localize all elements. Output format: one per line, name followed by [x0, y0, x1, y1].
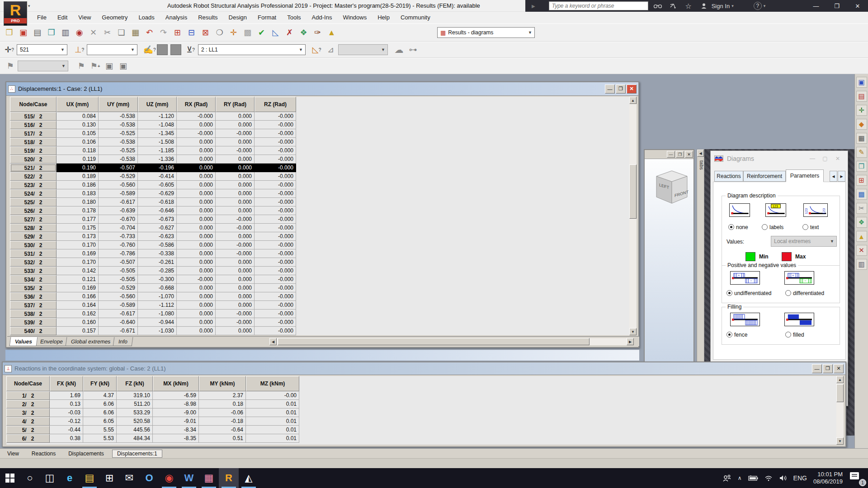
- cell[interactable]: 0.000: [177, 189, 216, 198]
- view-close-button[interactable]: ✕: [685, 151, 693, 158]
- cell[interactable]: 0.000: [177, 249, 216, 258]
- menu-windows[interactable]: Windows: [337, 12, 372, 23]
- row-header-node-526[interactable]: 526/ 2: [10, 206, 57, 215]
- cell[interactable]: 0.38: [50, 434, 83, 443]
- table-row-node-529[interactable]: 529/ 20.173-0.733-0.6230.0000.000-0.000: [10, 232, 629, 241]
- reactions-scroll-up-icon[interactable]: ▲: [836, 376, 844, 383]
- cell[interactable]: 520.58: [117, 417, 153, 426]
- table-row-node-533[interactable]: 533/ 20.142-0.505-0.2850.0000.000-0.000: [10, 267, 629, 275]
- search-binoculars-icon[interactable]: [652, 1, 664, 10]
- column-header-fy-kn[interactable]: FY (kN): [83, 376, 117, 391]
- table-row-node-6[interactable]: 6/ 20.385.53484.34-8.350.510.01: [6, 434, 836, 443]
- infocenter-expand-icon[interactable]: ▶: [532, 4, 535, 9]
- bookmark-next-icon[interactable]: ⚑+: [89, 60, 102, 72]
- cell[interactable]: 0.01: [246, 408, 299, 417]
- people-icon[interactable]: [722, 474, 731, 482]
- cell[interactable]: -0.64: [199, 426, 246, 434]
- rail-inspector-icon[interactable]: ▣: [856, 77, 867, 88]
- cell[interactable]: 0.170: [57, 258, 99, 267]
- search-input[interactable]: [549, 1, 648, 10]
- table-row-node-4[interactable]: 4/ 2-0.126.05520.58-9.01-0.180.01: [6, 417, 836, 426]
- diagrams-dialog-caption[interactable]: Diagrams — ▢ ✕: [711, 151, 848, 166]
- layout-tab-view[interactable]: View: [3, 450, 24, 457]
- calculator-icon[interactable]: ⊞: [171, 26, 184, 39]
- table-row-node-5[interactable]: 5/ 2-0.445.55445.56-8.34-0.640.01: [6, 426, 836, 434]
- row-header-node-527[interactable]: 527/ 2: [10, 215, 57, 224]
- row-header-node-534[interactable]: 534/ 2: [10, 275, 57, 284]
- help-caret-icon[interactable]: ▾: [764, 4, 766, 8]
- cell[interactable]: 0.189: [57, 172, 99, 181]
- rail-cut-icon[interactable]: ✂: [856, 203, 867, 214]
- cell[interactable]: 0.000: [216, 206, 255, 215]
- cell[interactable]: -0.000: [255, 232, 296, 241]
- wifi-icon[interactable]: [764, 475, 773, 481]
- cell[interactable]: -0.507: [99, 258, 138, 267]
- description-text-preview[interactable]: 123 123: [803, 203, 828, 217]
- mail-icon[interactable]: ✉: [119, 468, 139, 488]
- rail-materials-icon[interactable]: ✎: [856, 147, 867, 158]
- cell[interactable]: -0.505: [99, 267, 138, 275]
- scroll-down-icon[interactable]: ▼: [629, 328, 637, 335]
- cell[interactable]: 0.000: [177, 215, 216, 224]
- battery-icon[interactable]: [748, 475, 758, 481]
- row-header-node-539[interactable]: 539/ 2: [10, 318, 57, 327]
- object-selection-combobox[interactable]: ▼: [87, 44, 137, 55]
- posneg-undiff-preview[interactable]: + −: [730, 271, 760, 285]
- radio-undifferentiated[interactable]: undifferentiated: [726, 290, 772, 296]
- cell[interactable]: -1.120: [138, 112, 177, 121]
- cell[interactable]: 0.000: [177, 310, 216, 318]
- cell[interactable]: -0.12: [50, 417, 83, 426]
- radio-text-icon[interactable]: [802, 224, 808, 230]
- cell[interactable]: -0.538: [99, 121, 138, 129]
- table-row-node-523[interactable]: 523/ 20.186-0.560-0.6050.0000.000-0.000: [10, 181, 629, 189]
- displacements-vscrollbar[interactable]: ▲ ▼: [629, 97, 637, 335]
- menu-design[interactable]: Design: [223, 12, 252, 23]
- table-row-node-2[interactable]: 2/ 20.136.06511.20-8.980.180.01: [6, 400, 836, 408]
- menu-edit[interactable]: Edit: [52, 12, 73, 23]
- cell[interactable]: -0.640: [99, 318, 138, 327]
- bookmark-add-icon[interactable]: ⚑: [75, 60, 88, 72]
- layout-tab-reactions[interactable]: Reactions: [27, 450, 60, 457]
- cell[interactable]: -0.000: [177, 275, 216, 284]
- cell[interactable]: -0.538: [99, 138, 138, 146]
- column-header-rx-rad[interactable]: RX (Rad): [177, 97, 216, 112]
- link-icon[interactable]: ⊶: [406, 43, 420, 56]
- table-row-node-517[interactable]: 517/ 20.105-0.525-1.345-0.000-0.000-0.00…: [10, 129, 629, 138]
- cell[interactable]: 0.000: [216, 189, 255, 198]
- cell[interactable]: -0.000: [255, 224, 296, 232]
- cell[interactable]: 0.000: [216, 198, 255, 206]
- table-row-node-525[interactable]: 525/ 20.180-0.617-0.6180.0000.000-0.000: [10, 198, 629, 206]
- rail-tables-icon[interactable]: ▥: [856, 259, 867, 270]
- description-none-preview[interactable]: [729, 203, 750, 217]
- cell[interactable]: -0.000: [255, 172, 296, 181]
- cell[interactable]: 0.118: [57, 146, 99, 155]
- bookmark-icon[interactable]: ⚑: [4, 60, 17, 72]
- cell[interactable]: -8.34: [153, 426, 199, 434]
- cell[interactable]: 0.162: [57, 310, 99, 318]
- radio-differentiated[interactable]: differentiated: [785, 290, 824, 296]
- cell[interactable]: -0.000: [255, 249, 296, 258]
- row-header-node-536[interactable]: 536/ 2: [10, 292, 57, 301]
- cell[interactable]: 0.000: [177, 301, 216, 310]
- archive-app-icon[interactable]: ▦: [199, 468, 219, 488]
- row-header-node-523[interactable]: 523/ 2: [10, 181, 57, 189]
- robot-app-menu-button[interactable]: R PRO: [4, 1, 27, 26]
- cell[interactable]: -0.000: [216, 310, 255, 318]
- cell[interactable]: -0.000: [255, 164, 296, 172]
- table-row-node-535[interactable]: 535/ 20.169-0.529-0.6680.0000.000-0.000: [10, 284, 629, 292]
- cell[interactable]: -0.617: [99, 198, 138, 206]
- posneg-diff-preview[interactable]: + −: [784, 271, 814, 285]
- row-header-node-517[interactable]: 517/ 2: [10, 129, 57, 138]
- cell[interactable]: -0.000: [255, 112, 296, 121]
- reactions-close-button[interactable]: ✕: [834, 364, 844, 373]
- table-row-node-1[interactable]: 1/ 21.694.37319.10-6.592.37-0.00: [6, 391, 836, 400]
- cell[interactable]: -0.786: [99, 249, 138, 258]
- cell[interactable]: 6.06: [83, 400, 117, 408]
- max-color-swatch[interactable]: [782, 252, 792, 261]
- table-row-node-534[interactable]: 534/ 20.121-0.505-0.300-0.0000.000-0.000: [10, 275, 629, 284]
- rail-collapse-icon[interactable]: ◀: [697, 150, 704, 157]
- vscroll-thumb[interactable]: [629, 164, 637, 219]
- open-icon[interactable]: ❐: [3, 26, 16, 39]
- cell[interactable]: -0.000: [255, 327, 296, 335]
- layout-tab-displacements[interactable]: Displacements: [64, 450, 108, 457]
